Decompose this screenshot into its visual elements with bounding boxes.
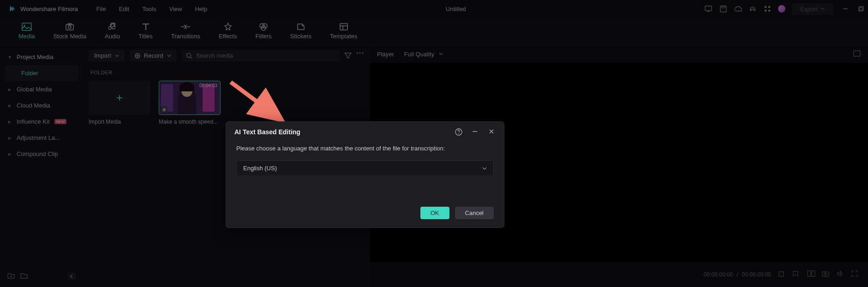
dialog-title: AI Text Based Editing: [234, 128, 300, 136]
dialog-body: Please choose a language that matches th…: [226, 140, 504, 185]
ai-text-editing-dialog: AI Text Based Editing Please choose a la…: [226, 121, 504, 228]
close-dialog-button[interactable]: [488, 128, 496, 136]
language-value: English (US): [243, 165, 277, 172]
minimize-dialog-button[interactable]: [472, 128, 479, 136]
dialog-footer: OK Cancel: [226, 185, 504, 227]
ok-button[interactable]: OK: [420, 207, 449, 219]
svg-point-39: [458, 133, 459, 134]
dialog-header: AI Text Based Editing: [226, 122, 504, 140]
language-select[interactable]: English (US): [236, 160, 494, 176]
chevron-down-icon: [482, 167, 487, 170]
help-icon[interactable]: [455, 128, 462, 136]
cancel-button[interactable]: Cancel: [455, 207, 494, 219]
dialog-prompt: Please choose a language that matches th…: [236, 145, 494, 152]
